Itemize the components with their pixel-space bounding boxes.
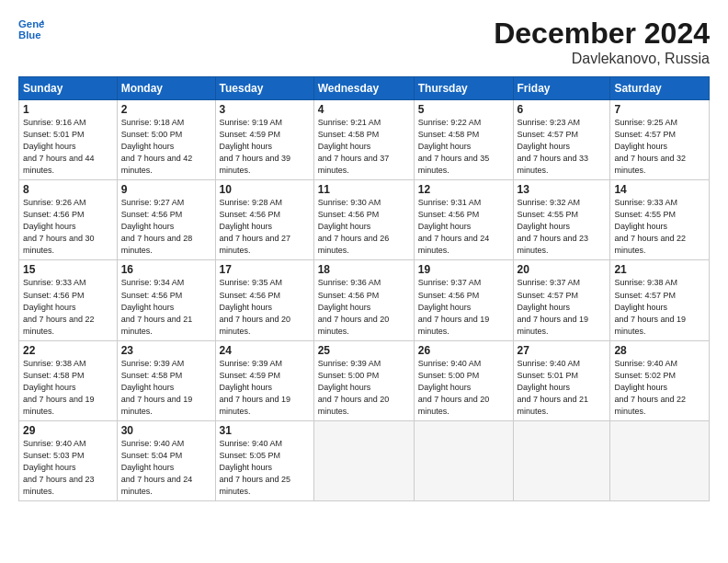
weekday-row: Sunday Monday Tuesday Wednesday Thursday… — [19, 77, 710, 100]
day-info: Sunrise: 9:32 AMSunset: 4:55 PMDaylight … — [518, 197, 607, 257]
day-info: Sunrise: 9:34 AMSunset: 4:56 PMDaylight … — [121, 277, 211, 337]
day-info: Sunrise: 9:33 AMSunset: 4:55 PMDaylight … — [614, 197, 705, 257]
table-row: 18Sunrise: 9:36 AMSunset: 4:56 PMDayligh… — [313, 260, 414, 340]
day-number: 26 — [418, 344, 509, 357]
day-info: Sunrise: 9:30 AMSunset: 4:56 PMDaylight … — [318, 197, 410, 257]
day-info: Sunrise: 9:37 AMSunset: 4:56 PMDaylight … — [418, 277, 509, 337]
calendar-week-row: 1Sunrise: 9:16 AMSunset: 5:01 PMDaylight… — [19, 100, 710, 180]
day-info: Sunrise: 9:39 AMSunset: 4:59 PMDaylight … — [220, 358, 310, 418]
day-number: 15 — [23, 263, 113, 276]
table-row: 3Sunrise: 9:19 AMSunset: 4:59 PMDaylight… — [215, 100, 313, 180]
day-info: Sunrise: 9:23 AMSunset: 4:57 PMDaylight … — [518, 117, 607, 177]
table-row: 19Sunrise: 9:37 AMSunset: 4:56 PMDayligh… — [414, 260, 513, 340]
day-number: 16 — [121, 263, 211, 276]
day-number: 14 — [614, 183, 705, 196]
table-row: 13Sunrise: 9:32 AMSunset: 4:55 PMDayligh… — [513, 180, 610, 260]
day-info: Sunrise: 9:28 AMSunset: 4:56 PMDaylight … — [220, 197, 310, 257]
day-info: Sunrise: 9:16 AMSunset: 5:01 PMDaylight … — [23, 117, 113, 177]
table-row: 12Sunrise: 9:31 AMSunset: 4:56 PMDayligh… — [414, 180, 513, 260]
table-row: 15Sunrise: 9:33 AMSunset: 4:56 PMDayligh… — [19, 260, 118, 340]
day-number: 17 — [220, 263, 310, 276]
day-info: Sunrise: 9:40 AMSunset: 5:00 PMDaylight … — [418, 358, 509, 418]
table-row: 11Sunrise: 9:30 AMSunset: 4:56 PMDayligh… — [313, 180, 414, 260]
table-row: 27Sunrise: 9:40 AMSunset: 5:01 PMDayligh… — [513, 340, 610, 420]
day-number: 25 — [318, 344, 410, 357]
day-info: Sunrise: 9:40 AMSunset: 5:04 PMDaylight … — [121, 438, 211, 498]
day-number: 23 — [121, 344, 211, 357]
day-number: 22 — [23, 344, 113, 357]
table-row: 25Sunrise: 9:39 AMSunset: 5:00 PMDayligh… — [313, 340, 414, 420]
table-row: 1Sunrise: 9:16 AMSunset: 5:01 PMDaylight… — [19, 100, 118, 180]
table-row: 24Sunrise: 9:39 AMSunset: 4:59 PMDayligh… — [215, 340, 313, 420]
col-friday: Friday — [513, 77, 610, 100]
day-number: 3 — [220, 103, 310, 116]
table-row: 17Sunrise: 9:35 AMSunset: 4:56 PMDayligh… — [215, 260, 313, 340]
day-info: Sunrise: 9:40 AMSunset: 5:05 PMDaylight … — [220, 438, 310, 498]
calendar-table: Sunday Monday Tuesday Wednesday Thursday… — [18, 76, 710, 501]
day-number: 18 — [318, 263, 410, 276]
table-row: 8Sunrise: 9:26 AMSunset: 4:56 PMDaylight… — [19, 180, 118, 260]
logo-icon: General Blue — [18, 17, 44, 42]
calendar-header: Sunday Monday Tuesday Wednesday Thursday… — [19, 77, 710, 100]
day-number: 30 — [121, 424, 211, 437]
table-row: 10Sunrise: 9:28 AMSunset: 4:56 PMDayligh… — [215, 180, 313, 260]
day-number: 21 — [614, 263, 705, 276]
table-row — [610, 420, 710, 500]
calendar-body: 1Sunrise: 9:16 AMSunset: 5:01 PMDaylight… — [19, 100, 710, 501]
day-info: Sunrise: 9:38 AMSunset: 4:57 PMDaylight … — [614, 277, 705, 337]
table-row: 5Sunrise: 9:22 AMSunset: 4:58 PMDaylight… — [414, 100, 513, 180]
day-info: Sunrise: 9:38 AMSunset: 4:58 PMDaylight … — [23, 358, 113, 418]
day-info: Sunrise: 9:18 AMSunset: 5:00 PMDaylight … — [121, 117, 211, 177]
logo: General Blue — [18, 17, 44, 42]
day-number: 12 — [418, 183, 509, 196]
day-number: 19 — [418, 263, 509, 276]
col-thursday: Thursday — [414, 77, 513, 100]
table-row — [414, 420, 513, 500]
table-row: 30Sunrise: 9:40 AMSunset: 5:04 PMDayligh… — [117, 420, 215, 500]
col-monday: Monday — [117, 77, 215, 100]
title-block: December 2024 Davlekanovo, Russia — [494, 17, 710, 67]
day-info: Sunrise: 9:36 AMSunset: 4:56 PMDaylight … — [318, 277, 410, 337]
day-number: 27 — [518, 344, 607, 357]
calendar-week-row: 15Sunrise: 9:33 AMSunset: 4:56 PMDayligh… — [19, 260, 710, 340]
day-info: Sunrise: 9:19 AMSunset: 4:59 PMDaylight … — [220, 117, 310, 177]
table-row: 21Sunrise: 9:38 AMSunset: 4:57 PMDayligh… — [610, 260, 710, 340]
table-row — [513, 420, 610, 500]
table-row: 22Sunrise: 9:38 AMSunset: 4:58 PMDayligh… — [19, 340, 118, 420]
table-row: 14Sunrise: 9:33 AMSunset: 4:55 PMDayligh… — [610, 180, 710, 260]
table-row: 16Sunrise: 9:34 AMSunset: 4:56 PMDayligh… — [117, 260, 215, 340]
day-number: 10 — [220, 183, 310, 196]
table-row: 7Sunrise: 9:25 AMSunset: 4:57 PMDaylight… — [610, 100, 710, 180]
day-info: Sunrise: 9:27 AMSunset: 4:56 PMDaylight … — [121, 197, 211, 257]
page: General Blue December 2024 Davlekanovo, … — [0, 0, 728, 563]
table-row: 4Sunrise: 9:21 AMSunset: 4:58 PMDaylight… — [313, 100, 414, 180]
day-info: Sunrise: 9:40 AMSunset: 5:03 PMDaylight … — [23, 438, 113, 498]
day-info: Sunrise: 9:25 AMSunset: 4:57 PMDaylight … — [614, 117, 705, 177]
day-number: 24 — [220, 344, 310, 357]
day-info: Sunrise: 9:35 AMSunset: 4:56 PMDaylight … — [220, 277, 310, 337]
day-number: 13 — [518, 183, 607, 196]
calendar-week-row: 22Sunrise: 9:38 AMSunset: 4:58 PMDayligh… — [19, 340, 710, 420]
table-row: 20Sunrise: 9:37 AMSunset: 4:57 PMDayligh… — [513, 260, 610, 340]
day-number: 28 — [614, 344, 705, 357]
day-number: 1 — [23, 103, 113, 116]
calendar-subtitle: Davlekanovo, Russia — [494, 51, 710, 67]
table-row: 28Sunrise: 9:40 AMSunset: 5:02 PMDayligh… — [610, 340, 710, 420]
col-wednesday: Wednesday — [313, 77, 414, 100]
col-tuesday: Tuesday — [215, 77, 313, 100]
day-number: 6 — [518, 103, 607, 116]
table-row: 23Sunrise: 9:39 AMSunset: 4:58 PMDayligh… — [117, 340, 215, 420]
day-number: 2 — [121, 103, 211, 116]
col-saturday: Saturday — [610, 77, 710, 100]
day-number: 4 — [318, 103, 410, 116]
day-number: 20 — [518, 263, 607, 276]
day-number: 7 — [614, 103, 705, 116]
day-info: Sunrise: 9:39 AMSunset: 4:58 PMDaylight … — [121, 358, 211, 418]
svg-text:General: General — [18, 18, 44, 29]
day-info: Sunrise: 9:26 AMSunset: 4:56 PMDaylight … — [23, 197, 113, 257]
day-number: 5 — [418, 103, 509, 116]
header: General Blue December 2024 Davlekanovo, … — [18, 17, 710, 67]
day-info: Sunrise: 9:40 AMSunset: 5:02 PMDaylight … — [614, 358, 705, 418]
table-row: 9Sunrise: 9:27 AMSunset: 4:56 PMDaylight… — [117, 180, 215, 260]
table-row: 31Sunrise: 9:40 AMSunset: 5:05 PMDayligh… — [215, 420, 313, 500]
